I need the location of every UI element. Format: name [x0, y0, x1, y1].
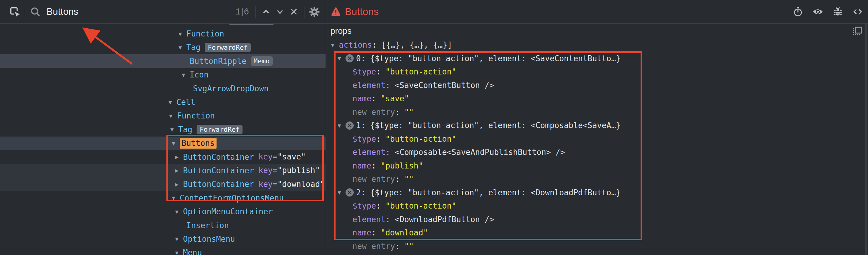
previous-result-button[interactable] [259, 5, 273, 19]
tree-row-cell[interactable]: ▾Cell [0, 95, 326, 109]
prop-row-actions[interactable]: ▾actions:[{…}, {…}, {…}] [326, 38, 868, 52]
field-value[interactable]: "" [404, 242, 414, 251]
stopwatch-icon[interactable] [793, 6, 803, 17]
expander-icon[interactable]: ▾ [175, 208, 183, 216]
field-row-name[interactable]: name:"download" [326, 226, 868, 240]
tree-row-contentformoptionsmenu[interactable]: ▾ContentFormOptionsMenu [0, 191, 326, 205]
expander-icon[interactable]: ▾ [331, 41, 339, 49]
field-value[interactable]: "button-action" [385, 135, 456, 143]
field-value[interactable]: <Composable<SaveAndPublishButton> /> [395, 148, 565, 157]
field-value[interactable]: "" [404, 175, 414, 184]
component-name: Tag [178, 125, 192, 134]
component-name: Cell [176, 98, 195, 107]
tree-row-buttoncontainer-download[interactable]: ▸ButtonContainerkey="download" [0, 178, 326, 191]
field-value[interactable]: <SaveContentButton /> [395, 81, 494, 90]
eye-icon[interactable] [812, 6, 824, 17]
warning-icon [331, 7, 341, 17]
bug-icon[interactable] [832, 6, 843, 17]
field-row-element[interactable]: element:<DownloadPdfButton /> [326, 213, 868, 226]
tree-row-optionsmenu[interactable]: ▾OptionsMenu [0, 232, 326, 246]
expander-icon[interactable]: ▾ [179, 44, 186, 51]
remove-item-button[interactable]: × [345, 54, 354, 62]
new-entry-key[interactable]: new entry [352, 108, 395, 117]
search-match-highlight: Buttons [180, 138, 217, 149]
remove-item-button[interactable]: × [345, 121, 354, 130]
expander-icon[interactable]: ▾ [175, 249, 183, 255]
tree-row-buttoncontainer-publish[interactable]: ▸ButtonContainerkey="publish" [0, 164, 326, 177]
expander-icon[interactable]: ▾ [168, 99, 176, 106]
next-result-button[interactable] [273, 5, 287, 19]
expander-icon[interactable]: ▸ [175, 181, 183, 188]
key-attr-eq: = [273, 152, 278, 161]
remove-item-button[interactable]: × [345, 188, 354, 196]
clear-search-button[interactable] [287, 5, 301, 19]
field-row-element[interactable]: element:<Composable<SaveAndPublishButton… [326, 146, 868, 159]
tree-row-buttoncontainer-save[interactable]: ▸ButtonContainerkey="save" [0, 150, 326, 164]
expander-icon[interactable]: ▾ [172, 140, 180, 147]
chevron-down-icon [275, 6, 285, 17]
expander-icon[interactable]: ▾ [170, 126, 178, 133]
field-row-new-entry[interactable]: new entry:"" [326, 106, 868, 119]
field-row-new-entry[interactable]: new entry:"" [326, 240, 868, 253]
new-entry-key[interactable]: new entry [352, 175, 395, 184]
tree-row-tag-2[interactable]: ▾TagForwardRef [0, 123, 326, 136]
item-preview: {$type: "button-action", element: <SaveC… [370, 54, 621, 63]
field-key: $type [352, 135, 376, 143]
colon: : [395, 108, 400, 117]
field-row-type[interactable]: $type:"button-action" [326, 199, 868, 213]
field-row-type[interactable]: $type:"button-action" [326, 132, 868, 146]
expander-icon[interactable]: ▸ [175, 153, 183, 161]
tree-row-buttons-selected[interactable]: ▾Buttons [0, 137, 326, 150]
tree-row-svgarrowdropdown[interactable]: SvgArrowDropDown [0, 82, 326, 95]
component-name: ContentFormOptionsMenu [180, 193, 284, 203]
expander-icon[interactable]: ▾ [338, 189, 345, 196]
inspect-element-button[interactable] [8, 5, 22, 19]
field-row-element[interactable]: element:<SaveContentButton /> [326, 79, 868, 92]
settings-button[interactable] [307, 5, 321, 19]
expander-icon[interactable]: ▾ [338, 122, 345, 129]
field-key: name [352, 94, 371, 103]
field-value[interactable]: "download" [380, 228, 428, 237]
field-value[interactable]: "save" [380, 94, 409, 103]
tree-row-buttonripple[interactable]: ButtonRippleMemo [0, 54, 326, 68]
expander-icon[interactable]: ▾ [338, 54, 345, 62]
new-entry-key[interactable]: new entry [352, 242, 395, 251]
tree-row-optionmenucontainer[interactable]: ▾OptionMenuContainer [0, 205, 326, 218]
field-value[interactable]: "button-action" [385, 67, 456, 76]
expander-icon[interactable]: ▸ [175, 167, 183, 174]
field-row-type[interactable]: $type:"button-action" [326, 65, 868, 79]
field-row-new-entry[interactable]: new entry:"" [326, 173, 868, 186]
field-row-name[interactable]: name:"save" [326, 92, 868, 106]
colon: : [395, 175, 400, 184]
field-value[interactable]: <DownloadPdfButton /> [395, 215, 494, 224]
inspected-component-title: Buttons [345, 6, 379, 17]
action-item-row-0[interactable]: ▾×0:{$type: "button-action", element: <S… [326, 52, 868, 65]
expander-icon[interactable]: ▾ [182, 71, 190, 79]
dashed-square-icon[interactable] [852, 26, 863, 36]
field-key: element [352, 148, 386, 157]
tree-row-tag[interactable]: ▾TagForwardRef [0, 41, 326, 54]
action-item-row-2[interactable]: ▾×2:{$type: "button-action", element: <D… [326, 186, 868, 199]
field-value[interactable]: "button-action" [385, 202, 456, 210]
tree-row-function-withripple[interactable]: ▾FunctionwithRipple [0, 24, 326, 27]
search-input[interactable]: Buttons [46, 6, 78, 17]
expander-icon[interactable]: ▾ [169, 112, 177, 120]
tree-row-icon[interactable]: ▾Icon [0, 68, 326, 82]
vertical-scrollbar[interactable] [865, 24, 867, 255]
field-value[interactable]: "publish" [380, 161, 423, 170]
item-index: 2: [356, 188, 366, 197]
expander-icon[interactable]: ▾ [175, 235, 183, 243]
tree-row-insertion[interactable]: Insertion [0, 219, 326, 232]
tree-row-function-2[interactable]: ▾Function [0, 109, 326, 123]
expander-icon[interactable]: ▾ [179, 30, 186, 38]
field-value[interactable]: "" [404, 108, 414, 117]
view-source-icon[interactable] [852, 6, 864, 17]
array-new-entry-row[interactable]: new entry [326, 253, 868, 255]
expander-icon[interactable]: ▾ [172, 194, 180, 202]
colon: : [371, 161, 376, 170]
tree-row-menu[interactable]: ▾Menu [0, 246, 326, 255]
field-row-name[interactable]: name:"publish" [326, 159, 868, 173]
tree-row-function[interactable]: ▾Function [0, 27, 326, 40]
field-key: element [352, 215, 386, 224]
action-item-row-1[interactable]: ▾×1:{$type: "button-action", element: <C… [326, 119, 868, 132]
